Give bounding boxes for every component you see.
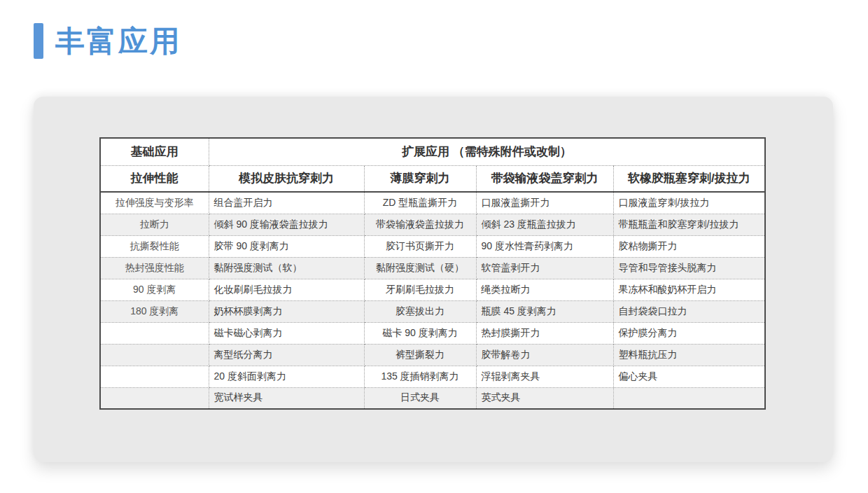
table-cell: 化妆刷刷毛拉拔力 — [209, 279, 364, 300]
table-cell: 135 度插销剥离力 — [364, 366, 476, 387]
table-cell: 带瓶瓶盖和胶塞穿刺/拉拔力 — [613, 214, 765, 235]
page-title: 丰富应用 — [55, 27, 181, 56]
table-cell: 绳类拉断力 — [476, 279, 613, 300]
table-column-header-row: 拉伸性能 模拟皮肤抗穿刺力 薄膜穿刺力 带袋输液袋盖穿刺力 软橡胶瓶塞穿刺/拔拉… — [100, 165, 765, 192]
table-cell: ZD 型瓶盖撕开力 — [364, 192, 476, 214]
table-cell: 胶带 90 度剥离力 — [209, 235, 364, 257]
table-cell: 胶订书页撕开力 — [364, 235, 476, 257]
column-header: 带袋输液袋盖穿刺力 — [476, 165, 613, 192]
table-cell: 热封膜撕开力 — [476, 322, 613, 344]
table-row: 90 度剥离 化妆刷刷毛拉拔力 牙刷刷毛拉拔力 绳类拉断力 果冻杯和酸奶杯开启力 — [100, 279, 765, 300]
table-row: 离型纸分离力 裤型撕裂力 胶带解卷力 塑料瓶抗压力 — [100, 344, 765, 366]
table-cell: 胶粘物撕开力 — [613, 235, 765, 257]
table-cell: 口服液盖穿刺/拔拉力 — [613, 192, 765, 214]
basic-applications-header: 基础应用 — [100, 138, 209, 165]
table-cell: 自封袋袋口拉力 — [613, 300, 765, 322]
table-cell: 90 度剥离 — [100, 279, 209, 300]
table-cell: 奶杯杯膜剥离力 — [209, 300, 364, 322]
table-cell: 保护膜分离力 — [613, 322, 765, 344]
table-cell: 20 度斜面剥离力 — [209, 366, 364, 387]
table-cell: 90 度水性膏药剥离力 — [476, 235, 613, 257]
table-cell: 拉断力 — [100, 214, 209, 235]
table-cell: 胶塞拔出力 — [364, 300, 476, 322]
table-cell: 英式夹具 — [476, 387, 613, 409]
extended-applications-header: 扩展应用 （需特殊附件或改制） — [209, 138, 765, 165]
content-panel: 基础应用 扩展应用 （需特殊附件或改制） 拉伸性能 模拟皮肤抗穿刺力 薄膜穿刺力… — [34, 97, 833, 462]
table-cell: 拉伸强度与变形率 — [100, 192, 209, 214]
table-cell: 热封强度性能 — [100, 257, 209, 279]
table-cell: 塑料瓶抗压力 — [613, 344, 765, 366]
page-header: 丰富应用 — [34, 23, 181, 59]
table-row: 抗撕裂性能 胶带 90 度剥离力 胶订书页撕开力 90 度水性膏药剥离力 胶粘物… — [100, 235, 765, 257]
column-header: 软橡胶瓶塞穿刺/拔拉力 — [613, 165, 765, 192]
table-cell — [613, 387, 765, 409]
table-row: 拉断力 倾斜 90 度输液袋盖拉拔力 带袋输液袋盖拉拔力 倾斜 23 度瓶盖拉拔… — [100, 214, 765, 235]
table-row: 180 度剥离 奶杯杯膜剥离力 胶塞拔出力 瓶膜 45 度剥离力 自封袋袋口拉力 — [100, 300, 765, 322]
table-cell: 180 度剥离 — [100, 300, 209, 322]
table-cell: 浮辊剥离夹具 — [476, 366, 613, 387]
title-accent-bar — [34, 23, 43, 59]
table-cell: 倾斜 23 度瓶盖拉拔力 — [476, 214, 613, 235]
table-cell — [100, 322, 209, 344]
table-row: 磁卡磁心剥离力 磁卡 90 度剥离力 热封膜撕开力 保护膜分离力 — [100, 322, 765, 344]
applications-table: 基础应用 扩展应用 （需特殊附件或改制） 拉伸性能 模拟皮肤抗穿刺力 薄膜穿刺力… — [99, 137, 766, 410]
table-cell: 裤型撕裂力 — [364, 344, 476, 366]
table-cell: 黏附强度测试（硬） — [364, 257, 476, 279]
table-cell: 导管和导管接头脱离力 — [613, 257, 765, 279]
table-cell: 牙刷刷毛拉拔力 — [364, 279, 476, 300]
table-cell — [100, 344, 209, 366]
table-cell: 抗撕裂性能 — [100, 235, 209, 257]
column-header: 模拟皮肤抗穿刺力 — [209, 165, 364, 192]
table-cell — [100, 366, 209, 387]
table-cell: 磁卡磁心剥离力 — [209, 322, 364, 344]
table-cell: 黏附强度测试（软） — [209, 257, 364, 279]
table-group-header-row: 基础应用 扩展应用 （需特殊附件或改制） — [100, 138, 765, 165]
table-row: 热封强度性能 黏附强度测试（软） 黏附强度测试（硬） 软管盖剥开力 导管和导管接… — [100, 257, 765, 279]
table-cell: 瓶膜 45 度剥离力 — [476, 300, 613, 322]
table-cell: 宽试样夹具 — [209, 387, 364, 409]
table-cell: 偏心夹具 — [613, 366, 765, 387]
table-cell: 磁卡 90 度剥离力 — [364, 322, 476, 344]
table-cell: 日式夹具 — [364, 387, 476, 409]
table-row: 20 度斜面剥离力 135 度插销剥离力 浮辊剥离夹具 偏心夹具 — [100, 366, 765, 387]
column-header: 拉伸性能 — [100, 165, 209, 192]
table-cell: 离型纸分离力 — [209, 344, 364, 366]
table-cell — [100, 387, 209, 409]
table-cell: 带袋输液袋盖拉拔力 — [364, 214, 476, 235]
table-row: 拉伸强度与变形率 组合盖开启力 ZD 型瓶盖撕开力 口服液盖撕开力 口服液盖穿刺… — [100, 192, 765, 214]
table-cell: 果冻杯和酸奶杯开启力 — [613, 279, 765, 300]
table-row: 宽试样夹具 日式夹具 英式夹具 — [100, 387, 765, 409]
table-cell: 倾斜 90 度输液袋盖拉拔力 — [209, 214, 364, 235]
table-cell: 组合盖开启力 — [209, 192, 364, 214]
table-cell: 胶带解卷力 — [476, 344, 613, 366]
table-cell: 软管盖剥开力 — [476, 257, 613, 279]
table-cell: 口服液盖撕开力 — [476, 192, 613, 214]
column-header: 薄膜穿刺力 — [364, 165, 476, 192]
